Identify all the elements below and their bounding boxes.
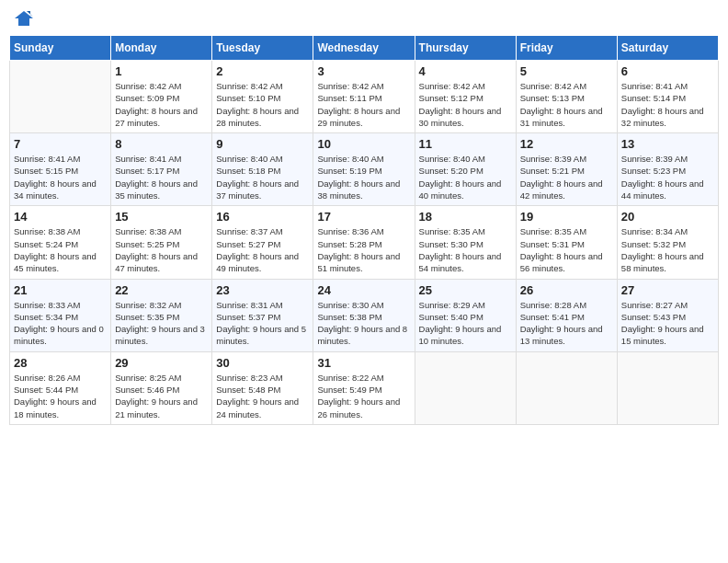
calendar-day bbox=[516, 351, 617, 424]
day-number: 7 bbox=[14, 137, 107, 151]
day-number: 29 bbox=[115, 356, 208, 370]
day-info: Sunrise: 8:36 AMSunset: 5:28 PMDaylight:… bbox=[317, 225, 410, 274]
day-info: Sunrise: 8:26 AMSunset: 5:44 PMDaylight:… bbox=[14, 372, 107, 420]
calendar-day: 30Sunrise: 8:23 AMSunset: 5:48 PMDayligh… bbox=[212, 351, 313, 424]
day-info: Sunrise: 8:42 AMSunset: 5:12 PMDaylight:… bbox=[419, 80, 512, 129]
day-info: Sunrise: 8:38 AMSunset: 5:24 PMDaylight:… bbox=[14, 225, 107, 274]
day-info: Sunrise: 8:39 AMSunset: 5:23 PMDaylight:… bbox=[621, 153, 714, 201]
day-info: Sunrise: 8:33 AMSunset: 5:34 PMDaylight:… bbox=[14, 299, 107, 348]
calendar-day: 13Sunrise: 8:39 AMSunset: 5:23 PMDayligh… bbox=[617, 133, 718, 206]
day-info: Sunrise: 8:42 AMSunset: 5:09 PMDaylight:… bbox=[115, 80, 208, 129]
header-thursday: Thursday bbox=[415, 36, 516, 61]
day-number: 12 bbox=[520, 137, 613, 151]
day-number: 28 bbox=[14, 356, 107, 370]
calendar-day: 20Sunrise: 8:34 AMSunset: 5:32 PMDayligh… bbox=[617, 206, 718, 279]
calendar-day: 15Sunrise: 8:38 AMSunset: 5:25 PMDayligh… bbox=[111, 206, 212, 279]
day-info: Sunrise: 8:41 AMSunset: 5:14 PMDaylight:… bbox=[621, 80, 714, 129]
calendar-day: 1Sunrise: 8:42 AMSunset: 5:09 PMDaylight… bbox=[111, 61, 212, 133]
day-info: Sunrise: 8:40 AMSunset: 5:18 PMDaylight:… bbox=[216, 153, 309, 201]
header-monday: Monday bbox=[111, 36, 212, 61]
day-number: 11 bbox=[419, 137, 512, 151]
calendar-day: 29Sunrise: 8:25 AMSunset: 5:46 PMDayligh… bbox=[111, 351, 212, 424]
day-number: 23 bbox=[216, 283, 309, 297]
calendar-day bbox=[617, 351, 718, 424]
day-info: Sunrise: 8:38 AMSunset: 5:25 PMDaylight:… bbox=[115, 225, 208, 274]
calendar-day: 5Sunrise: 8:42 AMSunset: 5:13 PMDaylight… bbox=[516, 61, 617, 133]
day-number: 18 bbox=[419, 210, 512, 224]
day-number: 9 bbox=[216, 137, 309, 151]
calendar-week-4: 21Sunrise: 8:33 AMSunset: 5:34 PMDayligh… bbox=[10, 279, 719, 351]
calendar-day bbox=[415, 351, 516, 424]
calendar-day: 14Sunrise: 8:38 AMSunset: 5:24 PMDayligh… bbox=[10, 206, 111, 279]
calendar-day: 24Sunrise: 8:30 AMSunset: 5:38 PMDayligh… bbox=[313, 279, 415, 351]
day-info: Sunrise: 8:35 AMSunset: 5:30 PMDaylight:… bbox=[419, 225, 512, 274]
day-number: 15 bbox=[115, 210, 208, 224]
calendar-day bbox=[10, 61, 111, 133]
day-info: Sunrise: 8:42 AMSunset: 5:13 PMDaylight:… bbox=[520, 80, 613, 129]
day-number: 27 bbox=[621, 283, 714, 297]
header-tuesday: Tuesday bbox=[212, 36, 313, 61]
day-number: 6 bbox=[621, 64, 714, 78]
calendar-day: 16Sunrise: 8:37 AMSunset: 5:27 PMDayligh… bbox=[212, 206, 313, 279]
calendar-day: 19Sunrise: 8:35 AMSunset: 5:31 PMDayligh… bbox=[516, 206, 617, 279]
logo bbox=[13, 9, 37, 28]
day-info: Sunrise: 8:27 AMSunset: 5:43 PMDaylight:… bbox=[621, 299, 714, 348]
day-number: 20 bbox=[621, 210, 714, 224]
day-number: 3 bbox=[317, 64, 410, 78]
calendar-week-2: 7Sunrise: 8:41 AMSunset: 5:15 PMDaylight… bbox=[10, 133, 719, 206]
day-info: Sunrise: 8:23 AMSunset: 5:48 PMDaylight:… bbox=[216, 372, 309, 420]
calendar-day: 8Sunrise: 8:41 AMSunset: 5:17 PMDaylight… bbox=[111, 133, 212, 206]
day-info: Sunrise: 8:40 AMSunset: 5:19 PMDaylight:… bbox=[317, 153, 410, 201]
day-number: 13 bbox=[621, 137, 714, 151]
day-number: 17 bbox=[317, 210, 410, 224]
calendar-day: 6Sunrise: 8:41 AMSunset: 5:14 PMDaylight… bbox=[617, 61, 718, 133]
day-number: 19 bbox=[520, 210, 613, 224]
day-info: Sunrise: 8:28 AMSunset: 5:41 PMDaylight:… bbox=[520, 299, 613, 348]
header-friday: Friday bbox=[516, 36, 617, 61]
calendar-day: 18Sunrise: 8:35 AMSunset: 5:30 PMDayligh… bbox=[415, 206, 516, 279]
day-number: 21 bbox=[14, 283, 107, 297]
day-number: 22 bbox=[115, 283, 208, 297]
logo-icon bbox=[13, 9, 35, 28]
day-info: Sunrise: 8:41 AMSunset: 5:15 PMDaylight:… bbox=[14, 153, 107, 201]
header-wednesday: Wednesday bbox=[313, 36, 415, 61]
calendar-day: 21Sunrise: 8:33 AMSunset: 5:34 PMDayligh… bbox=[10, 279, 111, 351]
calendar-day: 27Sunrise: 8:27 AMSunset: 5:43 PMDayligh… bbox=[617, 279, 718, 351]
calendar-day: 2Sunrise: 8:42 AMSunset: 5:10 PMDaylight… bbox=[212, 61, 313, 133]
day-info: Sunrise: 8:31 AMSunset: 5:37 PMDaylight:… bbox=[216, 299, 309, 348]
calendar-day: 31Sunrise: 8:22 AMSunset: 5:49 PMDayligh… bbox=[313, 351, 415, 424]
calendar-day: 3Sunrise: 8:42 AMSunset: 5:11 PMDaylight… bbox=[313, 61, 415, 133]
day-number: 10 bbox=[317, 137, 410, 151]
day-info: Sunrise: 8:25 AMSunset: 5:46 PMDaylight:… bbox=[115, 372, 208, 420]
calendar-week-5: 28Sunrise: 8:26 AMSunset: 5:44 PMDayligh… bbox=[10, 351, 719, 424]
day-number: 24 bbox=[317, 283, 410, 297]
header-saturday: Saturday bbox=[617, 36, 718, 61]
day-number: 16 bbox=[216, 210, 309, 224]
calendar-day: 7Sunrise: 8:41 AMSunset: 5:15 PMDaylight… bbox=[10, 133, 111, 206]
day-info: Sunrise: 8:37 AMSunset: 5:27 PMDaylight:… bbox=[216, 225, 309, 274]
day-info: Sunrise: 8:30 AMSunset: 5:38 PMDaylight:… bbox=[317, 299, 410, 348]
day-number: 8 bbox=[115, 137, 208, 151]
calendar-day: 23Sunrise: 8:31 AMSunset: 5:37 PMDayligh… bbox=[212, 279, 313, 351]
page-header bbox=[9, 9, 719, 28]
day-number: 2 bbox=[216, 64, 309, 78]
day-number: 1 bbox=[115, 64, 208, 78]
day-number: 30 bbox=[216, 356, 309, 370]
day-number: 4 bbox=[419, 64, 512, 78]
calendar-week-1: 1Sunrise: 8:42 AMSunset: 5:09 PMDaylight… bbox=[10, 61, 719, 133]
calendar-day: 28Sunrise: 8:26 AMSunset: 5:44 PMDayligh… bbox=[10, 351, 111, 424]
calendar-day: 25Sunrise: 8:29 AMSunset: 5:40 PMDayligh… bbox=[415, 279, 516, 351]
calendar-day: 9Sunrise: 8:40 AMSunset: 5:18 PMDaylight… bbox=[212, 133, 313, 206]
day-number: 14 bbox=[14, 210, 107, 224]
calendar-day: 10Sunrise: 8:40 AMSunset: 5:19 PMDayligh… bbox=[313, 133, 415, 206]
day-info: Sunrise: 8:35 AMSunset: 5:31 PMDaylight:… bbox=[520, 225, 613, 274]
calendar-day: 4Sunrise: 8:42 AMSunset: 5:12 PMDaylight… bbox=[415, 61, 516, 133]
day-info: Sunrise: 8:41 AMSunset: 5:17 PMDaylight:… bbox=[115, 153, 208, 201]
day-info: Sunrise: 8:39 AMSunset: 5:21 PMDaylight:… bbox=[520, 153, 613, 201]
day-info: Sunrise: 8:42 AMSunset: 5:10 PMDaylight:… bbox=[216, 80, 309, 129]
calendar-day: 22Sunrise: 8:32 AMSunset: 5:35 PMDayligh… bbox=[111, 279, 212, 351]
calendar-day: 26Sunrise: 8:28 AMSunset: 5:41 PMDayligh… bbox=[516, 279, 617, 351]
day-info: Sunrise: 8:32 AMSunset: 5:35 PMDaylight:… bbox=[115, 299, 208, 348]
day-number: 26 bbox=[520, 283, 613, 297]
day-info: Sunrise: 8:34 AMSunset: 5:32 PMDaylight:… bbox=[621, 225, 714, 274]
